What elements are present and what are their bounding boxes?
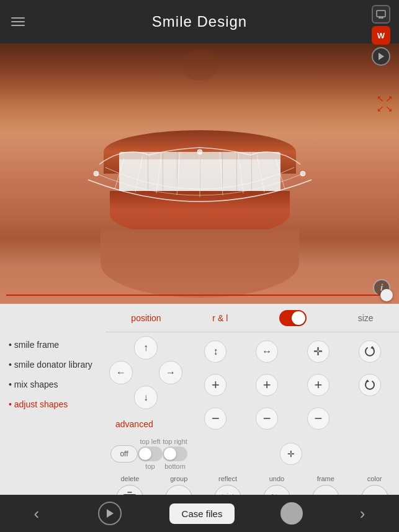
reflect-button[interactable]: [214, 485, 241, 495]
toggle-top-left-label: top left: [140, 438, 160, 445]
dpad-down-button[interactable]: ↓: [134, 386, 158, 409]
frame-on-button[interactable]: on: [312, 485, 339, 495]
bottom-nav: ‹ Case files ›: [0, 495, 399, 532]
dpad-empty-bl: [109, 386, 133, 409]
toggle-group-left: top left top: [138, 438, 163, 470]
leftright-arrow-button[interactable]: ↔: [256, 340, 278, 363]
play-button[interactable]: [372, 47, 390, 66]
updown-arrow-button[interactable]: ↕: [204, 340, 226, 363]
rl-label: r & l: [212, 313, 228, 323]
svg-marker-29: [107, 509, 114, 518]
corner-bl-icon[interactable]: ↙: [377, 104, 384, 113]
sidebar-item-adjust-shapes[interactable]: • adjust shapes: [0, 394, 105, 414]
dpad-right-button[interactable]: →: [159, 361, 182, 384]
page-title: Smile Design: [152, 13, 247, 30]
delete-label: delete: [114, 475, 146, 482]
svg-marker-18: [365, 379, 369, 382]
sidebar-item-smile-frame[interactable]: • smile frame: [0, 335, 105, 355]
forward-button[interactable]: ›: [349, 500, 376, 527]
record-button[interactable]: W: [372, 26, 390, 45]
plus-3-button[interactable]: +: [307, 374, 330, 396]
svg-marker-4: [379, 53, 384, 60]
top-left-toggle[interactable]: [138, 446, 163, 461]
undo-label: undo: [261, 475, 293, 482]
rl-toggle[interactable]: [279, 310, 307, 326]
top-controls-row: position r & l size: [105, 304, 399, 332]
toggle-top-label: top: [145, 463, 155, 470]
reflect-label: reflect: [212, 475, 244, 482]
photo-area: ↖ ↗ ↙ ↘ i: [0, 43, 399, 304]
dpad-empty-tl: [109, 336, 133, 360]
top-right-toggle[interactable]: [163, 446, 187, 461]
header: Smile Design W: [0, 0, 399, 43]
case-files-button[interactable]: Case files: [169, 503, 235, 524]
control-panel: • smile frame • smile donator library • …: [0, 304, 399, 495]
advanced-row: advanced: [105, 413, 399, 435]
group-label: group: [163, 475, 195, 482]
record-nav-button[interactable]: [280, 502, 303, 525]
screen-button[interactable]: [372, 5, 390, 24]
toggle-bottom-label: bottom: [164, 463, 186, 470]
dpad-left-button[interactable]: ←: [109, 361, 133, 384]
off-pill-button[interactable]: off: [110, 445, 138, 463]
corner-tl-icon[interactable]: ↖: [377, 94, 384, 103]
plus-1-button[interactable]: +: [204, 374, 226, 396]
advanced-label: advanced: [115, 419, 153, 429]
action-buttons: off on off: [105, 485, 399, 495]
dpad-empty-center: [134, 361, 158, 384]
color-off-button[interactable]: off: [361, 485, 388, 495]
plus-2-button[interactable]: +: [256, 374, 278, 396]
menu-icon[interactable]: [11, 15, 25, 29]
crosshair2-button[interactable]: ✛: [280, 443, 302, 465]
group-off-button[interactable]: off: [165, 485, 192, 495]
slider-track[interactable]: [6, 295, 387, 296]
corner-arrows: ↖ ↗ ↙ ↘: [377, 94, 393, 113]
toggles-row: off top left top top right bottom ✛: [105, 435, 399, 472]
frame-label: frame: [310, 475, 342, 482]
svg-rect-0: [377, 11, 385, 17]
dpad-empty-br: [159, 386, 182, 409]
delete-button[interactable]: [116, 485, 143, 495]
toggle-group-right: top right bottom: [163, 438, 187, 470]
play-nav-button[interactable]: [96, 500, 123, 527]
dpad-up-button[interactable]: ↑: [134, 336, 158, 360]
sidebar-item-donator-library[interactable]: • smile donator library: [0, 355, 105, 375]
action-labels: delete group reflect undo frame color: [105, 475, 399, 482]
crosshair-button[interactable]: ✛: [307, 340, 330, 363]
sidebar-item-mix-shapes[interactable]: • mix shapes: [0, 375, 105, 394]
top-right-icons: W: [372, 5, 390, 66]
svg-marker-17: [370, 346, 374, 348]
slider-area[interactable]: [0, 286, 399, 304]
color-label: color: [359, 475, 391, 482]
action-bar: delete group reflect undo frame color of…: [105, 472, 399, 495]
left-sidebar: • smile frame • smile donator library • …: [0, 304, 105, 495]
rotate-cw-button[interactable]: [359, 340, 381, 363]
undo-button[interactable]: [263, 485, 290, 495]
rotate-ccw-button[interactable]: [359, 374, 381, 396]
back-button[interactable]: ‹: [23, 500, 50, 527]
dpad-empty-tr: [159, 336, 182, 360]
size-label: size: [358, 313, 374, 323]
corner-br-icon[interactable]: ↘: [385, 104, 393, 113]
toggle-top-right-label: top right: [163, 438, 187, 445]
dpad-area: ↑ ← → ↓: [105, 332, 186, 413]
position-label: position: [131, 313, 161, 323]
slider-thumb[interactable]: [380, 289, 393, 301]
corner-tr-icon[interactable]: ↗: [385, 94, 393, 103]
